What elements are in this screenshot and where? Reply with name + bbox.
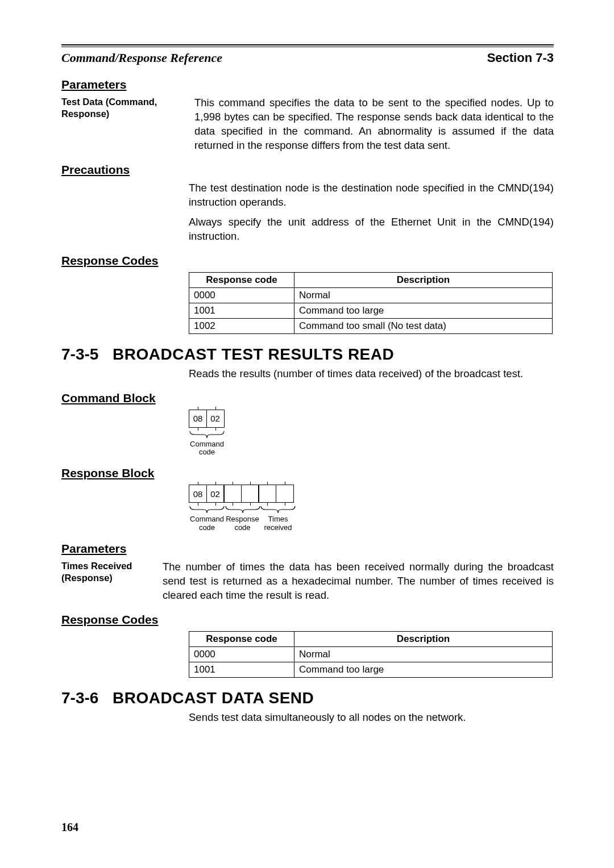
cells-group: 08 02 Command code Respon (189, 485, 296, 532)
table-row: 1001 Command too large (189, 303, 553, 318)
precautions-p2: Always specify the unit address of the E… (189, 215, 554, 244)
section-736-title: 7-3-6 BROADCAST DATA SEND (61, 689, 554, 707)
heading-response-codes-2: Response Codes (61, 613, 554, 627)
cell-desc: Normal (294, 646, 553, 662)
command-block-diagram: 08 02 Command code (189, 410, 554, 457)
brace (260, 506, 296, 514)
heading-response-block: Response Block (61, 466, 554, 480)
response-block-diagram: 08 02 Command code Respon (189, 485, 554, 532)
cell-desc: Normal (294, 287, 553, 303)
brace-label: Command code (189, 440, 225, 457)
section-735-title: 7-3-5 BROADCAST TEST RESULTS READ (61, 345, 554, 364)
response-codes-table-2: Response code Description 0000 Normal 10… (189, 631, 553, 678)
section-736-intro: Sends test data simultaneously to all no… (189, 711, 554, 725)
cell-code: 0000 (189, 646, 294, 662)
header-left: Command/Response Reference (61, 51, 222, 65)
th-code: Response code (189, 631, 294, 646)
cell-code: 1002 (189, 318, 294, 333)
brace-label: Response code (225, 515, 261, 532)
cell-desc: Command too large (294, 303, 553, 318)
page-number: 164 (61, 821, 78, 834)
cells-group: 08 02 Command code (189, 410, 225, 457)
table-header-row: Response code Description (189, 631, 553, 646)
heading-precautions: Precautions (61, 163, 554, 177)
table-row: 1001 Command too large (189, 662, 553, 677)
byte-cell: 08 (189, 485, 207, 503)
section-num: 7-3-5 (61, 345, 113, 364)
cell-desc: Command too small (No test data) (294, 318, 553, 333)
heading-command-block: Command Block (61, 391, 554, 405)
th-desc: Description (294, 631, 553, 646)
table-row: 0000 Normal (189, 287, 553, 303)
heading-parameters-1: Parameters (61, 78, 554, 91)
cell-code: 1001 (189, 662, 294, 677)
byte-cell (276, 485, 294, 503)
section-num: 7-3-6 (61, 689, 113, 707)
th-desc: Description (294, 272, 553, 287)
byte-cell: 02 (206, 410, 225, 428)
table-row: 1002 Command too small (No test data) (189, 318, 553, 333)
byte-cell (241, 485, 259, 503)
param1-label: Test Data (Command, Response) (61, 96, 194, 119)
byte-cell (258, 485, 276, 503)
heading-parameters-2: Parameters (61, 542, 554, 556)
precautions-body: The test destination node is the destina… (189, 181, 554, 244)
table-header-row: Response code Description (189, 272, 553, 287)
byte-cell: 08 (189, 410, 207, 428)
page: Command/Response Reference Section 7-3 P… (0, 0, 614, 868)
header-right: Section 7-3 (487, 51, 554, 65)
th-code: Response code (189, 272, 294, 287)
param2-label: Times Received (Response) (61, 560, 163, 583)
brace-label: Command code (189, 515, 225, 532)
param1-row: Test Data (Command, Response) This comma… (61, 96, 554, 153)
header-bar: Command/Response Reference Section 7-3 (61, 47, 554, 65)
response-codes-table-1: Response code Description 0000 Normal 10… (189, 272, 553, 334)
cell-code: 0000 (189, 287, 294, 303)
section-name: BROADCAST DATA SEND (113, 689, 314, 707)
intro-text: Reads the results (number of times data … (189, 367, 554, 381)
param2-body: The number of times the data has been re… (163, 560, 554, 603)
table-row: 0000 Normal (189, 646, 553, 662)
precautions-p1: The test destination node is the destina… (189, 181, 554, 210)
cell-desc: Command too large (294, 662, 553, 677)
param1-body: This command specifies the data to be se… (194, 96, 554, 153)
rule-thick (61, 44, 554, 45)
byte-cell: 02 (206, 485, 225, 503)
heading-response-codes-1: Response Codes (61, 254, 554, 268)
brace-label: Times received (260, 515, 296, 532)
intro-text: Sends test data simultaneously to all no… (189, 711, 554, 725)
brace (189, 431, 225, 439)
section-735-intro: Reads the results (number of times data … (189, 367, 554, 381)
brace (225, 506, 261, 514)
param2-row: Times Received (Response) The number of … (61, 560, 554, 603)
brace (189, 506, 225, 514)
byte-cell (223, 485, 242, 503)
cell-code: 1001 (189, 303, 294, 318)
section-name: BROADCAST TEST RESULTS READ (113, 345, 394, 364)
